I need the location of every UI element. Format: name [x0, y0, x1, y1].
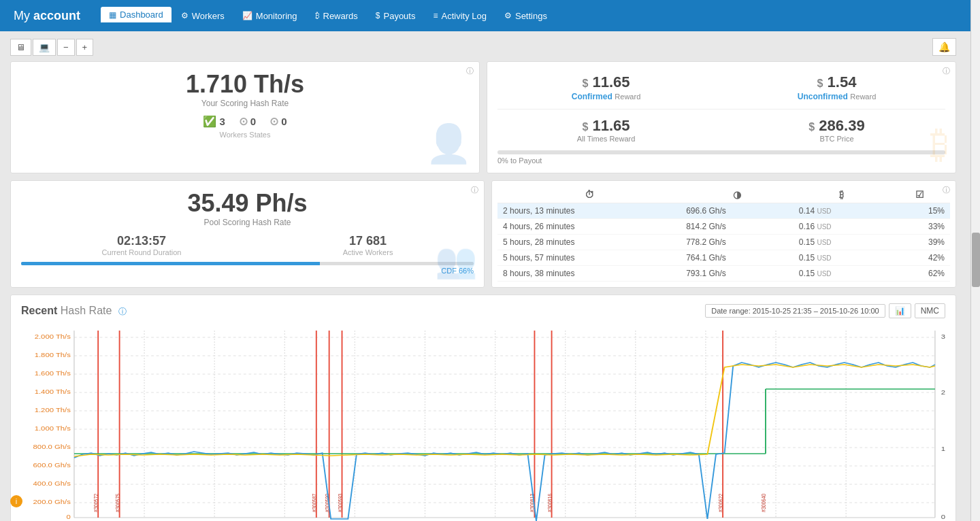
monitor-desktop-button[interactable]: 🖥 [10, 39, 31, 56]
svg-rect-0 [21, 325, 945, 521]
zoom-in-button[interactable]: + [76, 39, 94, 56]
toolbar-row: 🖥 💻 − + 🔔 [10, 38, 956, 56]
svg-text:#300816: #300816 [546, 493, 553, 512]
top-cards-row: ⓘ 1.710 Th/s Your Scoring Hash Rate ✅ 3 … [10, 61, 956, 173]
btc-watermark: ₿ [930, 122, 949, 166]
svg-text:2.000 Th/s: 2.000 Th/s [35, 333, 71, 340]
cell-pct: 42% [889, 250, 950, 266]
svg-text:#300622: #300622 [717, 493, 724, 512]
hash-rate-info-icon[interactable]: ⓘ [466, 66, 474, 76]
scrollbar-thumb[interactable] [972, 233, 980, 287]
nav-monitoring[interactable]: 📈 Monitoring [234, 7, 306, 24]
zoom-out-button[interactable]: − [57, 39, 75, 56]
cell-btc: 0.14 USD [794, 203, 889, 219]
date-range-button[interactable]: Date range: 2015-10-25 21:35 – 2015-10-2… [705, 304, 885, 318]
monitor-laptop-button[interactable]: 💻 [33, 39, 56, 56]
payouts-icon: $ [376, 11, 380, 20]
table-row: 5 hours, 57 minutes 764.1 Gh/s 0.15 USD … [497, 250, 950, 266]
rewards-card: ⓘ $ 11.65 Confirmed Reward $ 1.54 [487, 61, 956, 173]
col-time-header: ⏱ [497, 186, 681, 203]
rewards-grid: $ 11.65 Confirmed Reward $ 1.54 Unconfir… [497, 70, 945, 105]
cell-hashrate: 778.2 Gh/s [681, 235, 794, 250]
cell-hashrate: 696.6 Gh/s [681, 203, 794, 219]
monitoring-icon: 📈 [242, 11, 252, 20]
inactive-workers: ⊙ 0 [239, 115, 256, 128]
chart-title-group: Recent Hash Rate ⓘ [21, 305, 127, 318]
nav-dashboard[interactable]: ▦ Dashboard [101, 7, 172, 24]
chart-controls: Date range: 2015-10-25 21:35 – 2015-10-2… [705, 303, 945, 318]
workers-icon: ⚙ [181, 11, 189, 20]
btc-price: $ 286.39 BTC Price [728, 117, 945, 143]
svg-text:#300572: #300572 [93, 493, 99, 512]
svg-text:2: 2 [941, 389, 945, 396]
cdf-bar-fill [21, 262, 320, 265]
col-hashrate-header: ◑ [681, 186, 794, 203]
table-row: 5 hours, 28 minutes 778.2 Gh/s 0.15 USD … [497, 235, 950, 250]
chart-info-icon[interactable]: ⓘ [118, 307, 127, 316]
dashboard-icon: ▦ [109, 10, 116, 20]
cdf-label: CDF 66% [21, 267, 474, 275]
scrollbar[interactable] [970, 0, 980, 521]
svg-text:3: 3 [941, 333, 945, 340]
svg-text:800.0 Gh/s: 800.0 Gh/s [33, 443, 71, 450]
svg-text:1.200 Th/s: 1.200 Th/s [35, 407, 71, 414]
cell-btc: 0.15 USD [794, 266, 889, 282]
all-times-amount: $ 11.65 [497, 117, 715, 135]
site-title: My account [14, 9, 80, 23]
rewards-bottom-grid: $ 11.65 All Times Reward $ 286.39 BTC Pr… [497, 114, 945, 146]
cell-pct: 62% [889, 266, 950, 282]
cell-pct: 39% [889, 235, 950, 250]
payout-progress-bar [497, 150, 945, 154]
svg-text:600.0 Gh/s: 600.0 Gh/s [33, 462, 71, 469]
cell-btc: 0.15 USD [794, 250, 889, 266]
chart-container: 2.000 Th/s 1.800 Th/s 1.600 Th/s 1.400 T… [21, 325, 945, 521]
chart-type-button[interactable]: 📊 [889, 303, 911, 318]
pool-hash-value: 35.49 Ph/s [21, 189, 474, 218]
inactive-workers-icon: ⊙ [239, 115, 248, 128]
activity-log-icon: ≡ [433, 11, 438, 20]
stats-table-card: ⓘ ⏱ ◑ ₿ ☑ 2 hours, 13 minutes 696.6 Gh/s… [491, 180, 956, 288]
table-row: 2 hours, 13 minutes 696.6 Gh/s 0.14 USD … [497, 203, 950, 219]
round-duration: 02:13:57 Current Round Duration [102, 234, 182, 256]
svg-text:0: 0 [67, 514, 71, 520]
svg-text:200.0 Gh/s: 200.0 Gh/s [33, 499, 71, 505]
svg-text:1.800 Th/s: 1.800 Th/s [35, 352, 71, 358]
settings-icon: ⚙ [504, 11, 512, 20]
cell-pct: 15% [889, 203, 950, 219]
svg-text:#300640: #300640 [760, 493, 767, 512]
chart-section: Recent Hash Rate ⓘ Date range: 2015-10-2… [10, 295, 956, 521]
avatar-bg: 👤 [425, 122, 472, 166]
table-row: 4 hours, 26 minutes 814.2 Gh/s 0.16 USD … [497, 219, 950, 235]
unconfirmed-amount: $ 1.54 [728, 73, 945, 91]
error-workers: ⊙ 0 [270, 115, 287, 128]
nav-rewards[interactable]: ₿ Rewards [307, 7, 366, 24]
active-workers: ✅ 3 [203, 115, 225, 128]
nav-activity-log[interactable]: ≡ Activity Log [425, 7, 495, 24]
chart-header: Recent Hash Rate ⓘ Date range: 2015-10-2… [21, 303, 945, 318]
nav-settings[interactable]: ⚙ Settings [496, 7, 555, 24]
global-info-button[interactable]: i [10, 495, 22, 507]
error-workers-icon: ⊙ [270, 115, 278, 128]
nmc-button[interactable]: NMC [915, 303, 945, 318]
cell-pct: 33% [889, 219, 950, 235]
nav-workers[interactable]: ⚙ Workers [173, 7, 233, 24]
cell-btc: 0.16 USD [794, 219, 889, 235]
hash-rate-label: Your Scoring Hash Rate [21, 99, 469, 108]
svg-text:400.0 Gh/s: 400.0 Gh/s [33, 480, 71, 487]
payout-label: 0% to Payout [497, 156, 945, 165]
rewards-info-icon[interactable]: ⓘ [943, 66, 950, 76]
cell-btc: 0.15 USD [794, 235, 889, 250]
cell-hashrate: 764.1 Gh/s [681, 250, 794, 266]
table-info-icon[interactable]: ⓘ [943, 185, 950, 195]
btc-price-amount: $ 286.39 [728, 117, 945, 135]
stats-table: ⏱ ◑ ₿ ☑ 2 hours, 13 minutes 696.6 Gh/s 0… [497, 186, 950, 282]
svg-text:1.600 Th/s: 1.600 Th/s [35, 370, 71, 377]
toolbar-left: 🖥 💻 − + [10, 39, 93, 56]
bell-button[interactable]: 🔔 [932, 38, 956, 56]
header: My account ▦ Dashboard ⚙ Workers 📈 Monit… [0, 0, 980, 31]
nav-payouts[interactable]: $ Payouts [368, 7, 424, 24]
hash-rate-chart: 2.000 Th/s 1.800 Th/s 1.600 Th/s 1.400 T… [21, 325, 945, 521]
pool-hash-info-icon[interactable]: ⓘ [471, 185, 478, 195]
chart-title: Recent Hash Rate [21, 305, 115, 316]
active-workers-icon: ✅ [203, 115, 216, 128]
